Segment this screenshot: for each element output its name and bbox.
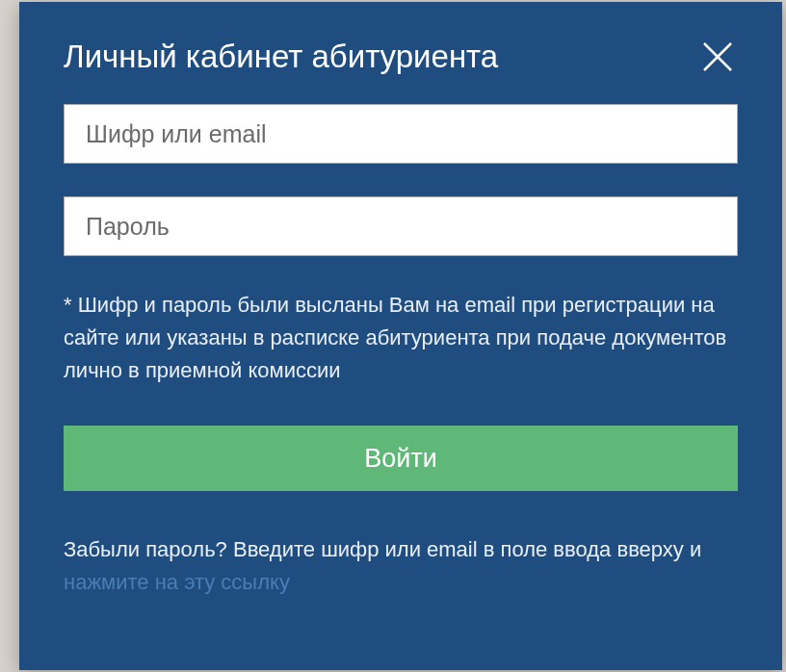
help-text: * Шифр и пароль были высланы Вам на emai…	[64, 289, 738, 387]
login-field-wrapper	[64, 104, 738, 164]
login-input[interactable]	[64, 104, 738, 164]
forgot-password-link[interactable]: нажмите на эту ссылку	[64, 570, 290, 594]
close-icon	[700, 39, 735, 74]
forgot-prefix: Забыли пароль? Введите шифр или email в …	[64, 537, 701, 561]
forgot-password-text: Забыли пароль? Введите шифр или email в …	[64, 533, 738, 599]
close-button[interactable]	[697, 37, 738, 77]
modal-title: Личный кабинет абитуриента	[64, 39, 498, 75]
password-input[interactable]	[64, 196, 738, 256]
modal-header: Личный кабинет абитуриента	[19, 2, 782, 87]
modal-body: * Шифр и пароль были высланы Вам на emai…	[19, 87, 782, 628]
login-button[interactable]: Войти	[64, 426, 738, 491]
login-modal: Личный кабинет абитуриента * Шифр и паро…	[19, 2, 782, 670]
password-field-wrapper	[64, 196, 738, 256]
